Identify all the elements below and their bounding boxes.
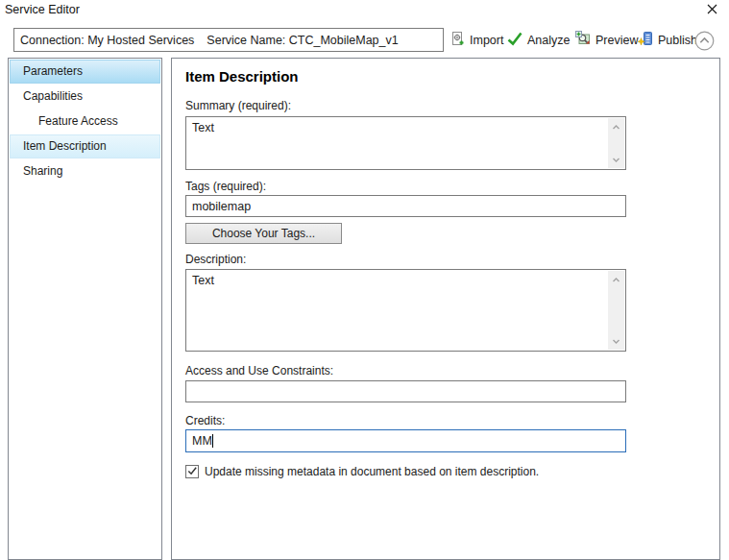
close-button[interactable] — [700, 0, 723, 21]
tags-input[interactable] — [185, 195, 626, 217]
publish-button-label: Publish — [658, 34, 697, 47]
sidebar-item-feature-access[interactable]: Feature Access — [10, 110, 160, 134]
description-scrollbar[interactable] — [608, 271, 624, 350]
import-button[interactable]: Import — [448, 29, 505, 51]
check-icon — [186, 463, 198, 480]
sidebar-item-label: Capabilities — [23, 89, 83, 103]
publish-icon — [638, 31, 653, 49]
sidebar-item-label: Feature Access — [38, 114, 118, 128]
close-icon — [706, 3, 718, 18]
access-constraints-label: Access and Use Constraints: — [185, 364, 333, 377]
choose-tags-button[interactable]: Choose Your Tags... — [185, 223, 342, 244]
description-label: Description: — [185, 253, 246, 266]
scroll-down-arrow[interactable] — [608, 333, 624, 349]
preview-button-label: Preview — [595, 34, 638, 47]
page-title: Item Description — [185, 68, 299, 85]
text-caret — [212, 434, 213, 448]
analyze-button[interactable]: Analyze — [505, 29, 571, 51]
connection-text: Connection: My Hosted Services — [20, 34, 194, 47]
connection-service-field[interactable]: Connection: My Hosted Services Service N… — [13, 28, 444, 52]
window-title: Service Editor — [5, 3, 80, 16]
sidebar-item-sharing[interactable]: Sharing — [10, 159, 160, 183]
sidebar-item-capabilities[interactable]: Capabilities — [10, 85, 160, 109]
collapse-panel-button[interactable] — [694, 31, 715, 51]
import-icon — [450, 31, 465, 49]
update-metadata-checkbox[interactable] — [185, 465, 199, 478]
summary-textarea[interactable]: Text — [185, 116, 626, 170]
summary-text: Text — [192, 121, 214, 134]
analyze-check-icon — [507, 31, 522, 49]
sidebar-item-item-description[interactable]: Item Description — [10, 134, 160, 158]
preview-button[interactable]: Preview — [573, 29, 640, 51]
sidebar-item-parameters[interactable]: Parameters — [10, 60, 160, 84]
settings-sidebar: Parameters Capabilities Feature Access I… — [8, 58, 162, 560]
sidebar-item-label: Parameters — [23, 64, 83, 78]
description-textarea[interactable]: Text — [185, 269, 626, 352]
description-text: Text — [192, 274, 214, 287]
item-description-panel: Item Description Summary (required): Tex… — [171, 58, 720, 560]
sidebar-item-label: Item Description — [23, 139, 107, 153]
credits-text: MM — [192, 434, 212, 448]
service-name-text: Service Name: CTC_MobileMap_v1 — [207, 34, 398, 47]
summary-label: Summary (required): — [185, 99, 291, 112]
scroll-up-arrow[interactable] — [608, 272, 624, 287]
access-constraints-input[interactable] — [185, 380, 626, 402]
import-button-label: Import — [470, 34, 503, 47]
summary-scrollbar[interactable] — [608, 118, 624, 168]
sidebar-item-label: Sharing — [23, 164, 62, 178]
scroll-up-arrow[interactable] — [608, 119, 624, 134]
tags-label: Tags (required): — [185, 180, 266, 193]
scroll-down-arrow[interactable] — [608, 152, 624, 167]
update-metadata-label: Update missing metadata in document base… — [205, 465, 539, 478]
credits-input[interactable]: MM — [185, 429, 626, 452]
update-metadata-checkbox-row[interactable]: Update missing metadata in document base… — [185, 465, 539, 478]
chevron-up-circle-icon — [694, 39, 715, 54]
credits-label: Credits: — [185, 414, 225, 427]
analyze-button-label: Analyze — [527, 34, 570, 47]
publish-button[interactable]: Publish — [636, 29, 699, 51]
preview-icon — [575, 31, 591, 49]
